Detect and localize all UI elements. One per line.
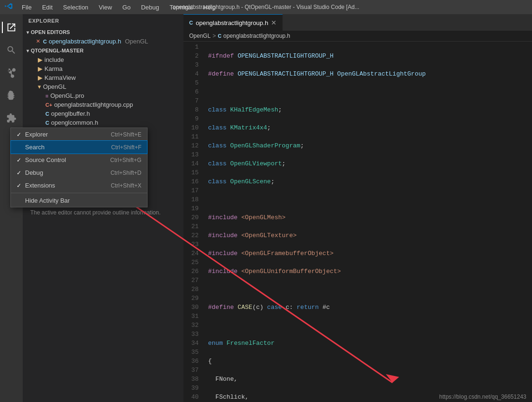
menu-view[interactable]: View xyxy=(95,3,116,12)
open-editor-filename: openglabstractlightgroup.h xyxy=(49,38,121,45)
context-menu: ✓ Explorer Ctrl+Shift+E ✓ Search Ctrl+Sh… xyxy=(10,128,148,207)
ctx-search-label: Search xyxy=(25,144,44,151)
tree-karmaview[interactable]: ▶ KarmaView xyxy=(23,73,183,82)
tab-bar: C openglabstractlightgroup.h ✕ xyxy=(183,14,532,31)
menu-edit[interactable]: Edit xyxy=(38,3,56,12)
ctx-hide-activity-bar[interactable]: ✓ Hide Activity Bar xyxy=(11,194,147,207)
folder-open-icon: ▾ xyxy=(38,83,41,90)
ctx-debug-check: ✓ xyxy=(17,170,21,176)
ctx-search-left: ✓ Search xyxy=(17,144,44,151)
open-editors-arrow: ▾ xyxy=(26,30,29,35)
ctx-explorer[interactable]: ✓ Explorer Ctrl+Shift+E xyxy=(11,128,147,141)
ctx-separator xyxy=(11,193,147,193)
file-pro-icon: ≡ xyxy=(45,93,48,99)
window-title: openglabstractlightgroup.h - QtOpenGL-ma… xyxy=(173,4,359,10)
tree-karma[interactable]: ▶ Karma xyxy=(23,64,183,73)
activity-explorer-icon[interactable] xyxy=(2,18,21,37)
tree-opengl-pro[interactable]: ≡ OpenGL.pro xyxy=(23,91,183,100)
menu-file[interactable]: File xyxy=(18,3,35,12)
ctx-search[interactable]: ✓ Search Ctrl+Shift+F xyxy=(11,141,147,154)
status-bar: https://blog.csdn.net/qq_36651243 xyxy=(390,392,532,402)
sidebar-header: EXPLORER xyxy=(23,14,183,27)
main-layout: EXPLORER ▾ OPEN EDITORS ✕ C openglabstra… xyxy=(0,14,532,402)
tree-item-label: openglcommon.h xyxy=(51,119,98,126)
ctx-hide-activity-bar-label: Hide Activity Bar xyxy=(25,197,70,204)
project-label: QTOPENGL-MASTER xyxy=(31,48,84,53)
tree-item-label: OpenGL.pro xyxy=(50,92,84,99)
breadcrumb-file-icon: C xyxy=(218,33,221,39)
file-c-icon: C xyxy=(45,111,49,117)
activity-debug-icon[interactable] xyxy=(2,86,21,105)
ctx-debug-left: ✓ Debug xyxy=(17,169,43,176)
editor-tab[interactable]: C openglabstractlightgroup.h ✕ xyxy=(183,14,283,31)
close-editor-icon[interactable]: ✕ xyxy=(36,38,40,44)
vscode-logo-icon xyxy=(5,3,12,11)
ctx-extensions-shortcut: Ctrl+Shift+X xyxy=(111,182,141,189)
ctx-explorer-label: Explorer xyxy=(25,131,48,138)
open-editor-item[interactable]: ✕ C openglabstractlightgroup.h OpenGL xyxy=(23,37,183,46)
ctx-source-control-label: Source Control xyxy=(25,156,66,163)
tree-opengl-cpp[interactable]: C+ openglabstractlightgroup.cpp xyxy=(23,100,183,109)
ctx-debug-label: Debug xyxy=(25,169,43,176)
tree-item-label: KarmaView xyxy=(44,74,76,81)
file-c-icon: C xyxy=(43,39,47,44)
code-area: 123 456 789 101112 131415 161718 192021 … xyxy=(183,42,532,402)
titlebar: File Edit Selection View Go Debug Termin… xyxy=(0,0,532,14)
menu-debug[interactable]: Debug xyxy=(137,3,163,12)
open-editor-dir: OpenGL xyxy=(125,38,148,45)
tree-include[interactable]: ▶ include xyxy=(23,55,183,64)
tree-opengl-folder[interactable]: ▾ OpenGL xyxy=(23,82,183,91)
ctx-hide-activity-bar-left: ✓ Hide Activity Bar xyxy=(17,197,70,204)
menu-go[interactable]: Go xyxy=(119,3,134,12)
breadcrumb: OpenGL > C openglabstractlightgroup.h xyxy=(183,31,532,42)
tree-item-label: OpenGL xyxy=(43,83,66,90)
file-cpp-icon: C+ xyxy=(45,102,52,108)
activity-extensions-icon[interactable] xyxy=(2,109,21,128)
activity-source-control-icon[interactable] xyxy=(2,63,21,82)
ctx-debug[interactable]: ✓ Debug Ctrl+Shift+D xyxy=(11,166,147,179)
folder-icon: ▶ xyxy=(38,56,43,63)
ctx-source-control-shortcut: Ctrl+Shift+G xyxy=(110,157,141,163)
ctx-explorer-shortcut: Ctrl+Shift+E xyxy=(111,131,141,138)
tree-item-label: include xyxy=(44,56,64,63)
breadcrumb-opengl[interactable]: OpenGL xyxy=(189,33,210,39)
outline-empty-text: The active editor cannot provide outline… xyxy=(23,205,183,220)
tree-item-label: openglabstractlightgroup.cpp xyxy=(54,101,133,108)
open-editors-section[interactable]: ▾ OPEN EDITORS xyxy=(23,27,183,37)
project-arrow: ▾ xyxy=(26,48,29,53)
line-numbers: 123 456 789 101112 131415 161718 192021 … xyxy=(183,42,203,402)
ctx-debug-shortcut: Ctrl+Shift+D xyxy=(111,170,141,176)
tab-file-icon: C xyxy=(189,20,193,26)
editor-area: C openglabstractlightgroup.h ✕ OpenGL > … xyxy=(183,14,532,402)
ctx-source-control[interactable]: ✓ Source Control Ctrl+Shift+G xyxy=(11,154,147,166)
menu-selection[interactable]: Selection xyxy=(59,3,92,12)
code-content: #ifndef OPENGLABSTRACTLIGHTGROUP_H #defi… xyxy=(203,42,532,402)
tree-item-label: openglbuffer.h xyxy=(51,110,90,117)
open-editors-label: OPEN EDITORS xyxy=(31,29,70,35)
status-url: https://blog.csdn.net/qq_36651243 xyxy=(439,393,526,400)
folder-icon: ▶ xyxy=(38,65,43,72)
activity-bar xyxy=(0,14,23,402)
tree-item-label: Karma xyxy=(44,65,62,72)
ctx-extensions-label: Extensions xyxy=(25,182,55,189)
ctx-explorer-check: ✓ xyxy=(17,131,21,138)
ctx-source-control-check: ✓ xyxy=(17,157,21,163)
tree-openglcommon[interactable]: C openglcommon.h xyxy=(23,118,183,127)
ctx-search-shortcut: Ctrl+Shift+F xyxy=(111,144,141,151)
file-c-icon: C xyxy=(45,120,49,126)
breadcrumb-filename[interactable]: openglabstractlightgroup.h xyxy=(223,33,290,39)
ctx-extensions-check: ✓ xyxy=(17,182,21,189)
ctx-extensions[interactable]: ✓ Extensions Ctrl+Shift+X xyxy=(11,179,147,192)
tab-filename: openglabstractlightgroup.h xyxy=(196,19,268,26)
breadcrumb-sep1: > xyxy=(212,33,216,39)
tab-close-icon[interactable]: ✕ xyxy=(271,19,277,26)
activity-search-icon[interactable] xyxy=(2,41,21,60)
folder-icon: ▶ xyxy=(38,74,43,81)
ctx-source-control-left: ✓ Source Control xyxy=(17,156,66,163)
sidebar: EXPLORER ▾ OPEN EDITORS ✕ C openglabstra… xyxy=(23,14,183,402)
tree-openglbuffer[interactable]: C openglbuffer.h xyxy=(23,109,183,118)
ctx-explorer-left: ✓ Explorer xyxy=(17,131,48,138)
project-section[interactable]: ▾ QTOPENGL-MASTER xyxy=(23,46,183,55)
ctx-extensions-left: ✓ Extensions xyxy=(17,182,55,189)
